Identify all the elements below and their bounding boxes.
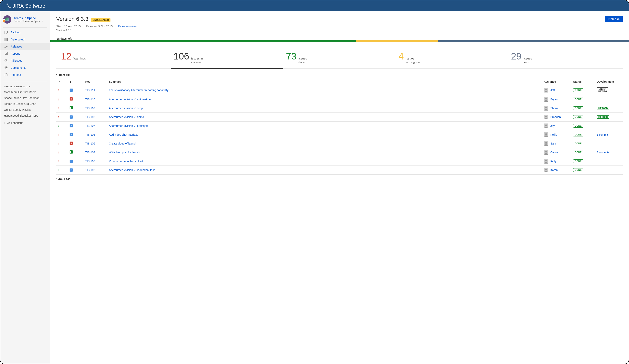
assignee-link[interactable]: Sherri	[550, 107, 558, 110]
issue-summary-link[interactable]: Afterburner revision VI automation	[109, 98, 151, 101]
dev-commits-link[interactable]: 3 commits	[597, 151, 609, 154]
shortcut-link[interactable]: Mars Team HipChat Room	[0, 89, 50, 95]
days-left: 28 days left	[57, 37, 623, 40]
assignee-link[interactable]: Brandon	[550, 115, 561, 119]
dev-merged-badge[interactable]: MERGED	[597, 107, 609, 110]
assignee-link[interactable]: Jeff	[550, 89, 555, 92]
issue-summary-link[interactable]: Afterburner revision VI prototype	[109, 124, 149, 127]
issue-summary-link[interactable]: Add video chat interface	[109, 133, 138, 136]
issue-key-link[interactable]: TIS-104	[85, 151, 95, 154]
progress-in-progress-segment	[356, 40, 438, 42]
stat-tab[interactable]: 29Issuesto-do	[508, 49, 621, 69]
sidebar-item-releases[interactable]: Releases	[0, 43, 50, 50]
shortcut-link[interactable]: Orbital Spotify Playlist	[0, 107, 50, 113]
dev-merged-badge[interactable]: MERGED	[597, 115, 609, 119]
dev-commits-link[interactable]: 1 commit	[597, 133, 608, 136]
svg-point-26	[545, 107, 547, 108]
shortcut-link[interactable]: Space Station Dev Roadmap	[0, 95, 50, 101]
svg-rect-10	[6, 53, 6, 55]
th-type[interactable]: T	[68, 78, 84, 86]
issue-key-link[interactable]: TIS-109	[85, 107, 95, 110]
table-row: ↑✓TIS-108Afterburner revision VI demoBra…	[56, 112, 623, 121]
project-header[interactable]: Teams in Space Scrum: Teams in Space ▾	[0, 11, 50, 27]
svg-point-30	[545, 124, 547, 126]
issue-key-link[interactable]: TIS-108	[85, 115, 95, 119]
sidebar-item-agile[interactable]: Agile board	[0, 36, 50, 43]
issue-type-task-icon: ✓	[70, 115, 73, 119]
issue-key-link[interactable]: TIS-105	[85, 142, 95, 145]
stat-label: Issues inversion	[191, 57, 203, 64]
stat-tab[interactable]: 73Issuesdone	[283, 49, 396, 69]
issue-summary-link[interactable]: The revolutionary Afterburner reporting …	[109, 89, 168, 92]
release-button[interactable]: Release	[605, 16, 623, 22]
issue-key-link[interactable]: TIS-111	[85, 89, 95, 92]
assignee-link[interactable]: Kelly	[550, 160, 556, 163]
logo-brand: JIRA	[12, 3, 23, 9]
table-row: ↑TIS-104Write blog post for launchCarlos…	[56, 148, 623, 157]
sidebar-item-label: Components	[11, 66, 26, 69]
sidebar-item-backlog[interactable]: Backlog	[0, 29, 50, 36]
stat-number: 106	[173, 51, 189, 62]
assignee-link[interactable]: Carlos	[550, 151, 558, 154]
sidebar-item-reports[interactable]: Reports	[0, 50, 50, 57]
svg-point-32	[545, 133, 547, 135]
assignee-link[interactable]: Bryan	[550, 98, 558, 101]
priority-high-icon: ↑	[58, 88, 59, 92]
sidebar-item-components[interactable]: Components	[0, 64, 50, 71]
logo-suffix: Software	[25, 3, 45, 9]
avatar	[544, 123, 548, 128]
progress-done-segment	[50, 40, 356, 42]
stat-label: Issuesdone	[298, 57, 307, 64]
breadcrumb: Version 6.3.3	[56, 29, 623, 32]
issue-type-task-icon: ✓	[70, 89, 73, 92]
svg-point-22	[545, 89, 547, 90]
issue-key-link[interactable]: TIS-110	[85, 98, 95, 101]
shortcut-list: Mars Team HipChat RoomSpace Station Dev …	[0, 89, 50, 119]
th-key[interactable]: Key	[84, 78, 107, 86]
issue-summary-link[interactable]: Review pre-launch checklist	[109, 160, 143, 163]
issue-summary-link[interactable]: Write blog post for launch	[109, 151, 140, 154]
status-badge: DONE	[573, 159, 583, 163]
th-status[interactable]: Status	[572, 78, 595, 86]
issue-summary-link[interactable]: Afterburner revision VI script	[109, 107, 144, 110]
issue-key-link[interactable]: TIS-107	[85, 124, 95, 127]
th-assignee[interactable]: Assignee	[542, 78, 572, 86]
dev-under-review-badge[interactable]: UNDERREVIEW	[597, 87, 608, 93]
issue-key-link[interactable]: TIS-102	[85, 169, 95, 172]
add-shortcut-button[interactable]: + Add shortcut	[0, 119, 50, 127]
table-row: ↑✓TIS-111The revolutionary Afterburner r…	[56, 85, 623, 95]
jira-logo[interactable]: JIRA Software	[5, 3, 45, 9]
sidebar-item-addons[interactable]: Add-ons	[0, 71, 50, 78]
assignee-link[interactable]: Karen	[550, 169, 558, 172]
sidebar-item-label: Add-ons	[11, 73, 21, 76]
main-content: Version 6.3.3 UNRELEASED Release Start: …	[50, 11, 629, 364]
shortcut-link[interactable]: Hyperspeed Bitbucket Repo	[0, 113, 50, 119]
avatar	[544, 88, 548, 92]
sidebar-item-label: Reports	[11, 52, 20, 55]
svg-rect-6	[5, 38, 7, 41]
stat-tab[interactable]: 106Issues inversion	[171, 49, 283, 69]
th-development[interactable]: Development	[595, 78, 623, 86]
assignee-link[interactable]: Sara	[550, 142, 556, 145]
assignee-link[interactable]: Jay	[550, 124, 555, 127]
issue-key-link[interactable]: TIS-106	[85, 133, 95, 136]
shortcut-link[interactable]: Teams in Space Org Chart	[0, 101, 50, 107]
stat-tab[interactable]: 12Warnings	[58, 49, 171, 69]
release-notes-link[interactable]: Release notes	[118, 24, 137, 28]
svg-point-28	[545, 116, 547, 117]
status-badge: DONE	[573, 133, 583, 136]
th-priority[interactable]: P	[56, 78, 68, 86]
stat-tab[interactable]: 4Issuesin progress	[396, 49, 508, 69]
assignee-link[interactable]: Kellie	[550, 133, 557, 136]
status-badge: DONE	[573, 106, 583, 110]
svg-rect-5	[5, 33, 7, 34]
issue-summary-link[interactable]: Afterburner revision VI demo	[109, 115, 144, 119]
priority-high-icon: ↑	[58, 133, 59, 136]
issue-type-task-icon: ✓	[70, 133, 73, 136]
th-summary[interactable]: Summary	[107, 78, 542, 86]
jira-logo-icon	[5, 3, 11, 9]
issue-key-link[interactable]: TIS-103	[85, 160, 95, 163]
issue-summary-link[interactable]: Create video of launch	[109, 142, 137, 145]
sidebar-item-all-issues[interactable]: All issues	[0, 57, 50, 64]
issue-summary-link[interactable]: Afterburner revision VI redundant test	[109, 169, 155, 172]
